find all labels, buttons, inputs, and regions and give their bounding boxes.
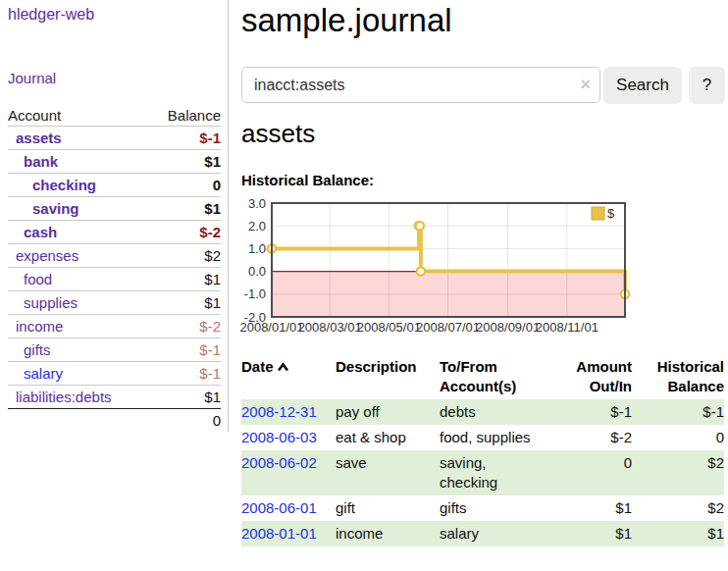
account-row: income $-2 <box>8 314 221 337</box>
account-balance: $-1 <box>199 341 221 358</box>
account-row: saving $1 <box>8 196 221 220</box>
accounts-table-header: Account Balance <box>8 104 221 126</box>
transaction-accounts: debts <box>440 399 542 425</box>
account-row: salary $-1 <box>8 361 221 385</box>
historical-balance-chart: $3.02.01.00.0-1.0-2.02008/01/012008/03/0… <box>239 199 630 338</box>
transaction-accounts: saving, checking <box>440 450 542 495</box>
transaction-description: gift <box>336 495 440 521</box>
account-link-food[interactable]: food <box>8 271 52 287</box>
transaction-accounts: food, supplies <box>440 425 542 450</box>
help-button[interactable]: ? <box>689 67 725 104</box>
balance-column-header: Balance <box>168 107 221 124</box>
accounts-total-balance: 0 <box>213 412 221 429</box>
transaction-balance: $1 <box>632 521 724 546</box>
account-balance: 0 <box>213 177 221 193</box>
svg-text:-1.0: -1.0 <box>244 286 266 301</box>
transaction-date-link[interactable]: 2008-12-31 <box>241 403 317 420</box>
transaction-row: 2008-01-01 income salary $1 $1 <box>241 521 724 546</box>
account-link-income[interactable]: income <box>8 318 63 335</box>
account-link-expenses[interactable]: expenses <box>8 247 78 264</box>
transaction-date-link[interactable]: 2008-06-02 <box>241 454 317 471</box>
account-balance: $1 <box>204 200 221 217</box>
svg-text:0.0: 0.0 <box>248 264 266 279</box>
transaction-balance: $2 <box>632 495 724 521</box>
transaction-accounts: gifts <box>440 495 542 521</box>
column-header-accounts: To/From Account(s) <box>440 357 542 399</box>
svg-text:1.0: 1.0 <box>248 241 266 256</box>
sidebar-item-journal[interactable]: Journal <box>8 70 56 86</box>
transaction-row: 2008-06-01 gift gifts $1 $2 <box>241 495 724 521</box>
register-table: Date Description To/From Account(s) Amou… <box>241 357 724 546</box>
svg-text:2008/05/01: 2008/05/01 <box>357 320 421 335</box>
brand-link[interactable]: hledger-web <box>8 6 94 24</box>
transaction-description: income <box>336 521 440 546</box>
column-header-balance: Historical Balance <box>632 357 724 399</box>
transaction-row: 2008-06-03 eat & shop food, supplies $-2… <box>241 425 724 450</box>
account-balance: $2 <box>204 247 221 264</box>
register-table-header: Date Description To/From Account(s) Amou… <box>241 357 724 399</box>
svg-text:2008/09/01: 2008/09/01 <box>476 320 540 335</box>
account-link-liabilities-debts[interactable]: liabilities:debts <box>8 389 112 405</box>
account-balance: $-2 <box>199 224 221 240</box>
search-input[interactable] <box>241 67 600 103</box>
account-row: gifts $-1 <box>8 337 221 361</box>
account-balance: $1 <box>204 294 221 311</box>
transaction-amount: $-1 <box>542 399 632 425</box>
sidebar-divider <box>228 0 229 432</box>
chart-heading: Historical Balance: <box>241 172 374 188</box>
transaction-date-link[interactable]: 2008-06-01 <box>241 499 317 516</box>
account-balance: $-1 <box>199 365 221 382</box>
hledger-web-app: hledger-web Journal Account Balance asse… <box>0 0 728 571</box>
search-form: × <box>241 67 600 103</box>
transaction-accounts: salary <box>440 521 542 546</box>
account-link-supplies[interactable]: supplies <box>8 294 78 311</box>
account-balance: $-1 <box>199 130 221 146</box>
account-row: assets $-1 <box>8 126 221 149</box>
column-header-date[interactable]: Date <box>241 357 336 399</box>
accounts-table: Account Balance assets $-1 bank $1 check… <box>8 104 221 432</box>
accounts-total-row: 0 <box>8 408 221 432</box>
account-row: bank $1 <box>8 149 221 173</box>
account-column-header: Account <box>8 107 61 124</box>
account-row: cash $-2 <box>8 220 221 243</box>
account-balance: $1 <box>204 153 221 170</box>
svg-text:2008/03/01: 2008/03/01 <box>298 320 362 335</box>
account-link-assets[interactable]: assets <box>8 130 62 146</box>
svg-text:2.0: 2.0 <box>248 219 266 234</box>
transaction-balance: 0 <box>632 425 724 450</box>
account-row: checking 0 <box>8 173 221 196</box>
account-link-bank[interactable]: bank <box>8 153 58 170</box>
transaction-amount: $-2 <box>542 425 632 450</box>
transaction-description: pay off <box>336 399 440 425</box>
svg-text:2008/01/01: 2008/01/01 <box>239 320 303 335</box>
transaction-date-link[interactable]: 2008-06-03 <box>241 429 317 445</box>
transaction-amount: $1 <box>542 521 632 546</box>
transaction-amount: 0 <box>542 450 632 495</box>
account-row: food $1 <box>8 267 221 290</box>
account-link-checking[interactable]: checking <box>8 177 96 193</box>
svg-text:$: $ <box>607 206 615 221</box>
transaction-row: 2008-12-31 pay off debts $-1 $-1 <box>241 399 724 425</box>
account-balance: $1 <box>204 389 221 405</box>
account-link-saving[interactable]: saving <box>8 200 79 217</box>
account-balance: $-2 <box>199 318 221 335</box>
svg-text:2008/11/01: 2008/11/01 <box>536 320 598 335</box>
column-header-amount: Amount Out/In <box>542 357 632 399</box>
sort-ascending-icon <box>277 362 289 372</box>
svg-text:2008/07/01: 2008/07/01 <box>416 320 480 335</box>
transaction-balance: $2 <box>632 450 724 495</box>
transaction-date-link[interactable]: 2008-01-01 <box>241 525 317 542</box>
svg-text:3.0: 3.0 <box>248 199 266 211</box>
account-balance: $1 <box>204 271 221 287</box>
account-heading: assets <box>241 119 315 149</box>
account-link-gifts[interactable]: gifts <box>8 341 51 358</box>
account-row: supplies $1 <box>8 290 221 314</box>
account-link-cash[interactable]: cash <box>8 224 57 240</box>
transaction-description: eat & shop <box>336 425 440 450</box>
account-link-salary[interactable]: salary <box>8 365 63 382</box>
transaction-row: 2008-06-02 save saving, checking 0 $2 <box>241 450 724 495</box>
column-header-description: Description <box>336 357 440 399</box>
transaction-description: save <box>336 450 440 495</box>
clear-search-icon[interactable]: × <box>580 75 591 94</box>
search-button[interactable]: Search <box>603 67 682 104</box>
